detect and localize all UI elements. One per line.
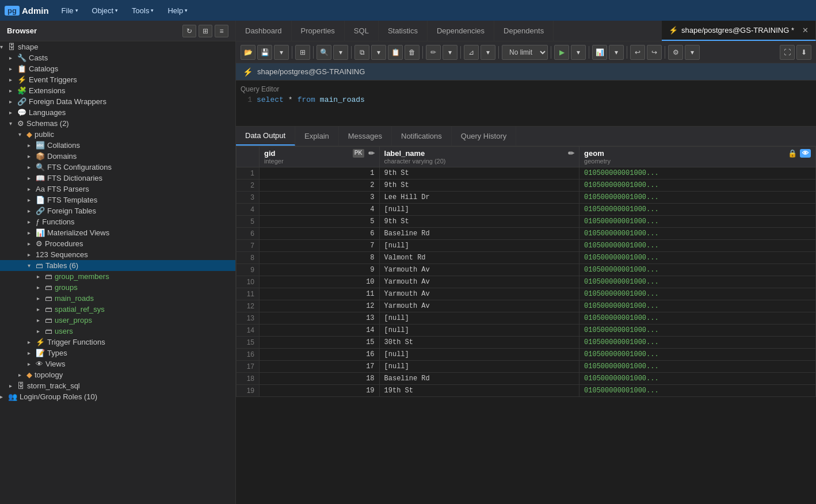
cell-gid[interactable]: 13 bbox=[260, 312, 380, 324]
chevron-icon[interactable]: ▸ bbox=[28, 219, 36, 225]
cell-label[interactable]: 9th St bbox=[379, 216, 579, 228]
table-row[interactable]: 6 6 Baseline Rd 010500000001000... bbox=[237, 228, 816, 240]
cell-gid[interactable]: 1 bbox=[260, 167, 380, 180]
cell-label[interactable]: Lee Hill Dr bbox=[379, 192, 579, 204]
cell-geom[interactable]: 010500000001000... bbox=[579, 276, 816, 288]
cell-gid[interactable]: 18 bbox=[260, 373, 380, 385]
chevron-icon[interactable]: ▸ bbox=[28, 164, 36, 170]
cell-gid[interactable]: 15 bbox=[260, 337, 380, 349]
tree-item-functions[interactable]: ▸ ƒ Functions bbox=[0, 216, 235, 227]
cell-label[interactable]: Baseline Rd bbox=[379, 373, 579, 385]
cell-geom[interactable]: 010500000001000... bbox=[579, 288, 816, 300]
cell-gid[interactable]: 3 bbox=[260, 192, 380, 204]
cell-gid[interactable]: 2 bbox=[260, 180, 380, 192]
tab-properties[interactable]: Properties bbox=[292, 21, 345, 41]
tree-item-procedures[interactable]: ▸ ⚙ Procedures bbox=[0, 238, 235, 249]
cell-gid[interactable]: 9 bbox=[260, 264, 380, 276]
cell-geom[interactable]: 010500000001000... bbox=[579, 240, 816, 252]
cell-geom[interactable]: 010500000001000... bbox=[579, 361, 816, 373]
search-button[interactable]: 🔍 bbox=[317, 45, 331, 60]
table-row[interactable]: 16 16 [null] 010500000001000... bbox=[237, 349, 816, 361]
cell-geom[interactable]: 010500000001000... bbox=[579, 204, 816, 216]
chevron-icon[interactable]: ▸ bbox=[37, 317, 45, 323]
paste-button[interactable]: 📋 bbox=[388, 45, 403, 60]
cell-gid[interactable]: 5 bbox=[260, 216, 380, 228]
tree-item-views[interactable]: ▸ 👁 Views bbox=[0, 358, 235, 369]
cell-gid[interactable]: 10 bbox=[260, 276, 380, 288]
tab-dependencies[interactable]: Dependencies bbox=[428, 21, 494, 41]
chevron-icon[interactable]: ▸ bbox=[28, 339, 36, 345]
cell-label[interactable]: Yarmouth Av bbox=[379, 300, 579, 312]
edit-button[interactable]: ✏ bbox=[426, 45, 441, 60]
tree-item-event_triggers[interactable]: ▸ ⚡ Event Triggers bbox=[0, 74, 235, 85]
cell-label[interactable]: [null] bbox=[379, 361, 579, 373]
sidebar-refresh-button[interactable]: ↻ bbox=[182, 25, 196, 37]
menu-help[interactable]: Help ▾ bbox=[162, 4, 193, 17]
tree-item-casts[interactable]: ▸ 🔧 Casts bbox=[0, 52, 235, 63]
cell-geom[interactable]: 010500000001000... bbox=[579, 312, 816, 324]
table-row[interactable]: 10 10 Yarmouth Av 010500000001000... bbox=[237, 276, 816, 288]
search-dropdown-button[interactable]: ▾ bbox=[333, 45, 348, 60]
rollback-button[interactable]: ↪ bbox=[647, 45, 662, 60]
edit-dropdown-button[interactable]: ▾ bbox=[443, 45, 457, 60]
chevron-icon[interactable]: ▸ bbox=[28, 197, 36, 203]
cell-geom[interactable]: 010500000001000... bbox=[579, 216, 816, 228]
cell-geom[interactable]: 010500000001000... bbox=[579, 167, 816, 180]
filter-dropdown-button[interactable]: ▾ bbox=[481, 45, 495, 60]
labelname-edit-icon[interactable]: ✏ bbox=[568, 149, 574, 158]
chevron-icon[interactable]: ▸ bbox=[28, 251, 36, 258]
cell-gid[interactable]: 12 bbox=[260, 300, 380, 312]
tree-item-collations[interactable]: ▸ 🔤 Collations bbox=[0, 140, 235, 151]
chevron-icon[interactable]: ▸ bbox=[18, 372, 26, 378]
chevron-icon[interactable]: ▸ bbox=[28, 230, 36, 236]
chevron-icon[interactable]: ▸ bbox=[37, 306, 45, 312]
macros-button[interactable]: ⚙ bbox=[668, 45, 683, 60]
chevron-icon[interactable]: ▸ bbox=[28, 361, 36, 367]
tree-item-sequences[interactable]: ▸ 123 Sequences bbox=[0, 249, 235, 260]
tab-connection[interactable]: ⚡ shape/postgres@GS-TRAINING * ✕ bbox=[662, 21, 816, 41]
table-row[interactable]: 12 12 Yarmouth Av 010500000001000... bbox=[237, 300, 816, 312]
chevron-icon[interactable]: ▸ bbox=[9, 98, 17, 105]
tab-dashboard[interactable]: Dashboard bbox=[236, 21, 292, 41]
tree-item-extensions[interactable]: ▸ 🧩 Extensions bbox=[0, 85, 235, 96]
limit-select[interactable]: No limit 100 500 1000 bbox=[502, 45, 548, 60]
chevron-icon[interactable]: ▸ bbox=[0, 394, 8, 400]
run-dropdown-button[interactable]: ▾ bbox=[571, 45, 586, 60]
explain-options-button[interactable]: ▾ bbox=[609, 45, 624, 60]
tab-dependents[interactable]: Dependents bbox=[494, 21, 554, 41]
chevron-icon[interactable]: ▸ bbox=[28, 350, 36, 356]
table-row[interactable]: 17 17 [null] 010500000001000... bbox=[237, 361, 816, 373]
cell-gid[interactable]: 6 bbox=[260, 228, 380, 240]
cell-gid[interactable]: 14 bbox=[260, 324, 380, 337]
table-row[interactable]: 19 19 19th St 010500000001000... bbox=[237, 385, 816, 397]
chevron-icon[interactable]: ▸ bbox=[9, 66, 17, 72]
tree-item-main_roads[interactable]: ▸ 🗃 main_roads bbox=[0, 293, 235, 304]
tree-item-catalogs[interactable]: ▸ 📋 Catalogs bbox=[0, 63, 235, 74]
cell-gid[interactable]: 4 bbox=[260, 204, 380, 216]
cell-gid[interactable]: 16 bbox=[260, 349, 380, 361]
cell-label[interactable]: [null] bbox=[379, 204, 579, 216]
menu-file[interactable]: File ▾ bbox=[56, 4, 84, 17]
table-row[interactable]: 2 2 9th St 010500000001000... bbox=[237, 180, 816, 192]
tree-item-user_props[interactable]: ▸ 🗃 user_props bbox=[0, 315, 235, 326]
cell-gid[interactable]: 11 bbox=[260, 288, 380, 300]
conn-tab-close-icon[interactable]: ✕ bbox=[802, 26, 809, 35]
open-file-button[interactable]: 📂 bbox=[241, 45, 256, 60]
chevron-icon[interactable]: ▾ bbox=[18, 131, 26, 138]
chevron-icon[interactable]: ▸ bbox=[28, 240, 36, 247]
cell-label[interactable]: Yarmouth Av bbox=[379, 264, 579, 276]
filter-button[interactable]: ⊿ bbox=[464, 45, 479, 60]
menu-object[interactable]: Object ▾ bbox=[86, 4, 124, 17]
tree-item-topology[interactable]: ▸ ◆ topology bbox=[0, 369, 235, 380]
cell-label[interactable]: [null] bbox=[379, 240, 579, 252]
chevron-icon[interactable]: ▸ bbox=[37, 284, 45, 291]
table-row[interactable]: 8 8 Valmont Rd 010500000001000... bbox=[237, 252, 816, 264]
tree-item-domains[interactable]: ▸ 📦 Domains bbox=[0, 151, 235, 162]
tree-item-public[interactable]: ▾ ◆ public bbox=[0, 129, 235, 140]
cell-geom[interactable]: 010500000001000... bbox=[579, 385, 816, 397]
tree-item-trigger_functions[interactable]: ▸ ⚡ Trigger Functions bbox=[0, 337, 235, 348]
tree-item-shape[interactable]: ▾ 🗄 shape bbox=[0, 41, 235, 52]
cell-geom[interactable]: 010500000001000... bbox=[579, 192, 816, 204]
results-tab-query-history[interactable]: Query History bbox=[452, 127, 516, 146]
table-row[interactable]: 11 11 Yarmouth Av 010500000001000... bbox=[237, 288, 816, 300]
